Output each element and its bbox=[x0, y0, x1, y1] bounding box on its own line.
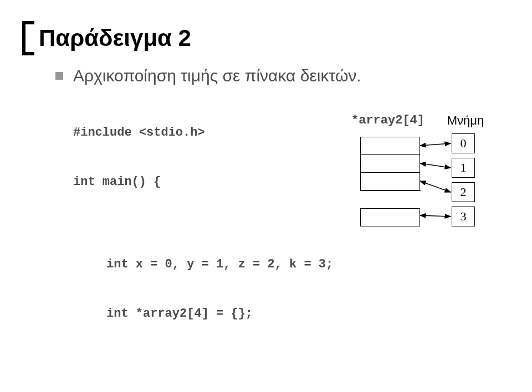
memory-column: 0 1 2 3 bbox=[452, 133, 475, 231]
array-gap bbox=[360, 190, 421, 208]
bullet-square-icon bbox=[55, 72, 63, 80]
array-cell bbox=[361, 155, 420, 173]
arrow-icon bbox=[420, 163, 451, 168]
memory-cell: 3 bbox=[452, 207, 475, 226]
memory-cell: 0 bbox=[452, 133, 475, 153]
arrow-icon bbox=[420, 181, 451, 192]
code-line: int *array2[4] = {}; bbox=[106, 306, 510, 322]
title-row: Παράδειγμα 2 bbox=[22, 17, 510, 55]
memory-cell: 2 bbox=[452, 182, 475, 202]
code-line: int x = 0, y = 1, z = 2, k = 3; bbox=[106, 256, 510, 273]
array-cell bbox=[361, 137, 420, 155]
code-indent: int x = 0, y = 1, z = 2, k = 3; int *arr… bbox=[73, 224, 510, 355]
memory-diagram: *array2[4] Μνήμη 0 1 2 3 bbox=[346, 114, 502, 243]
bracket-decoration bbox=[22, 21, 34, 55]
array-table bbox=[360, 137, 420, 226]
array-cell bbox=[361, 208, 420, 226]
diagram-labels: *array2[4] Μνήμη bbox=[346, 114, 502, 128]
array-cell bbox=[361, 173, 420, 190]
diagram-body: 0 1 2 3 bbox=[346, 132, 502, 243]
arrow-icon bbox=[420, 143, 451, 146]
array-label: *array2[4] bbox=[346, 114, 429, 128]
bullet-row: Αρχικοποίηση τιμής σε πίνακα δεικτών. bbox=[55, 66, 510, 85]
slide-title: Παράδειγμα 2 bbox=[39, 17, 191, 52]
memory-label: Μνήμη bbox=[446, 114, 485, 128]
subtitle-text: Αρχικοποίηση τιμής σε πίνακα δεικτών. bbox=[73, 66, 361, 85]
memory-cell: 1 bbox=[452, 158, 475, 178]
arrow-icon bbox=[420, 215, 451, 216]
